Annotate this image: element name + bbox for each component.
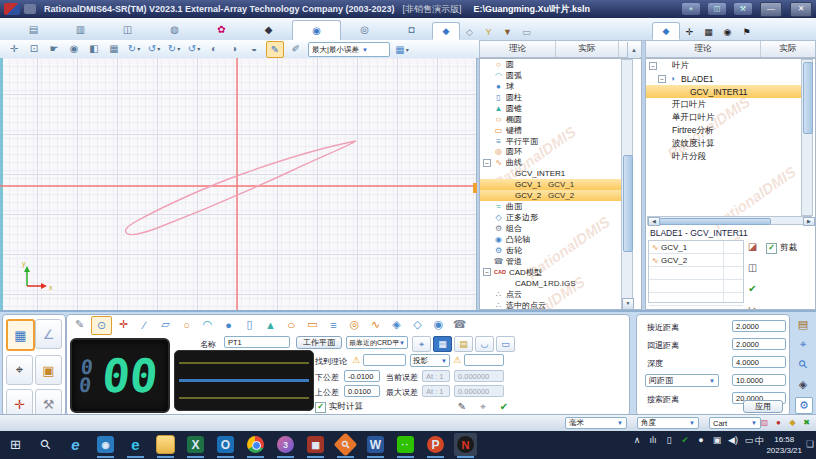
close-button[interactable]: ✕ [790,2,812,17]
theory-column-header[interactable]: 理论 [480,41,556,57]
taskbar-app[interactable]: O [214,433,237,456]
quick-menu-icon[interactable] [24,4,36,14]
empty-row[interactable] [649,293,743,306]
segment-row[interactable]: ∿ GCV_1 [649,241,743,254]
units-dropdown[interactable]: 毫米▼ [565,417,627,429]
taskbar-app[interactable]: e [64,433,87,456]
param-input[interactable]: 10.0000 [732,374,786,386]
minimize-button[interactable]: — [760,2,782,17]
angle-dropdown[interactable]: 角度▼ [637,417,699,429]
feature-tree-item[interactable]: ⚙ 齿轮 [480,245,621,256]
taskbar-app[interactable]: ◉ [94,433,117,456]
graphics-viewport[interactable]: y x [0,58,477,310]
measure-tool-button[interactable]: ◈ [387,316,406,333]
view-toggle-button[interactable]: ▭ [496,336,515,352]
mode-button[interactable]: ∠ [35,319,62,349]
taskbar-app[interactable] [244,433,267,456]
taskbar-app[interactable] [154,433,177,456]
titlebar-tool[interactable]: ⌖ [682,3,700,15]
param-input[interactable]: 4.0000 [732,356,786,368]
tray-icon[interactable]: ✔ [680,435,690,445]
panel-tab[interactable]: ◆ [652,22,680,40]
rail-button[interactable]: ⚲ [795,357,811,372]
taskbar-app[interactable]: N [454,433,477,456]
tray-icon[interactable]: ● [696,435,706,445]
scroll-up-button[interactable]: ▲ [627,42,640,58]
view-toggle-button[interactable]: ⌖ [412,336,431,352]
taskbar-app[interactable]: 3 [274,433,297,456]
ribbon-tab[interactable]: ◆ [245,20,292,39]
panel-tab[interactable]: ✛ [680,24,699,40]
ribbon-tab[interactable]: ◉ [292,20,341,41]
status-button[interactable]: ▧ [759,417,770,428]
measure-tool-button[interactable]: ☎ [450,316,469,333]
feature-tree-item[interactable]: CADM_1 RD.IGS [480,278,621,289]
measure-tool-button[interactable]: ● [219,316,238,333]
toolbar-button[interactable]: ↺▾ [186,41,202,56]
feature-tree-item[interactable]: ∴ 选中的点云 [480,300,621,310]
feature-tree-item[interactable]: ⚙ 组合 [480,223,621,234]
blade-tree-item[interactable]: 叶片分段 [646,150,801,163]
rail-button[interactable]: ⌖ [795,337,811,352]
panel-tab[interactable]: Y [479,24,498,40]
measure-tool-button[interactable]: ⊙ [91,316,112,335]
measure-tool-button[interactable]: ∕ [135,316,154,333]
taskbar-app[interactable]: ⚲ [34,433,57,456]
vertical-scrollbar[interactable]: ▼ [621,59,633,310]
dropdown-arrow[interactable]: ▾ [197,45,200,52]
toolbar-button[interactable]: ✛▾ [6,41,22,56]
mode-button[interactable]: ⌖ [6,355,33,385]
toolbar-button[interactable]: ◐▾ [206,41,222,56]
toolbar-button[interactable]: ↻▾ [126,41,142,56]
view-toggle-button[interactable]: ▤ [454,336,473,352]
feature-tree-item[interactable]: GCV_1 GCV_1 [480,179,621,190]
view-toggle-button[interactable]: ▦ [433,336,452,352]
rail-button[interactable]: ⚙ [795,397,813,414]
measure-tool-button[interactable]: ◇ [408,316,427,333]
toolbar-button[interactable]: ✐▾ [288,41,304,56]
mode-button[interactable]: ▣ [35,355,62,385]
feature-tree-item[interactable]: ○ 圆 [480,59,621,70]
tray-icon[interactable]: ▭ [744,435,754,445]
lower-tol-input[interactable]: -0.0100 [344,370,380,382]
taskbar-app[interactable]: ⚲ [334,433,357,456]
scrollbar-thumb[interactable] [803,62,813,134]
panel-tab[interactable]: ⚑ [737,24,756,40]
feature-tree-item[interactable]: ▭ 键槽 [480,125,621,136]
ribbon-tab[interactable]: ◎ [341,20,388,39]
toolbar-button[interactable]: ◧▾ [86,41,102,56]
taskbar-app[interactable]: W [364,433,387,456]
titlebar-tool[interactable]: ◫ [708,3,726,15]
dropdown-arrow[interactable]: ▾ [157,45,160,52]
empty-row[interactable] [649,280,743,293]
error-mode-dropdown[interactable]: 最大|最小误差▼ [308,42,390,57]
dropdown-arrow[interactable]: ▾ [177,45,180,52]
panel-tab[interactable]: ▦ [699,24,718,40]
segment-row[interactable]: ∿ GCV_2 [649,254,743,267]
rail-button[interactable]: ◈ [795,377,811,392]
taskbar-app[interactable]: P [424,433,447,456]
realtime-checkbox[interactable]: ✓ 实时计算 [315,401,363,413]
taskbar-app[interactable]: X [184,433,207,456]
feature-tree-item[interactable]: ◠ 圆弧 [480,70,621,81]
feature-tree-item[interactable]: ≡ 平行平面 [480,136,621,147]
ribbon-tab[interactable]: ✿ [198,20,245,39]
scrollbar-thumb[interactable] [659,218,771,225]
display-option-button[interactable]: ▦▾ [394,42,410,57]
measure-tool-button[interactable]: ∿ [366,316,385,333]
subpanel-action-button[interactable]: ◪ [746,240,759,253]
vertical-scrollbar[interactable] [801,59,813,216]
tray-icon[interactable]: ▯ [664,435,674,445]
status-button[interactable]: ✖ [801,417,812,428]
toolbar-button[interactable]: ◉▾ [66,41,82,56]
param-input[interactable]: 2.0000 [732,320,786,332]
scroll-down-button[interactable]: ▼ [622,298,634,310]
name-input[interactable]: PT1 [224,336,290,348]
taskbar-app[interactable]: e [124,433,147,456]
ribbon-tab[interactable]: ◫ [104,20,151,39]
taskbar-clock[interactable]: 16:58 2023/3/21 [766,434,802,456]
tray-icon[interactable]: ▣ [712,435,722,445]
ribbon-tab[interactable]: ◍ [151,20,198,39]
feature-tree-item[interactable]: ◇ 正多边形 [480,212,621,223]
measure-tool-button[interactable]: ▯ [240,316,259,333]
